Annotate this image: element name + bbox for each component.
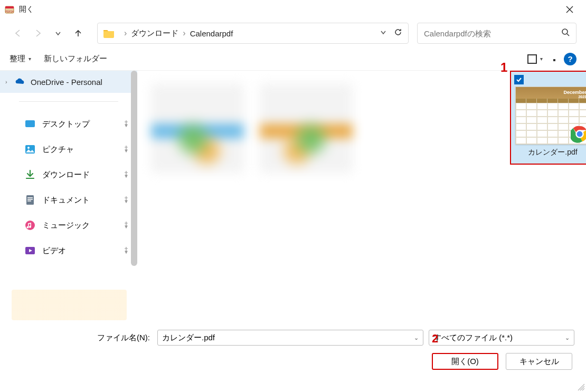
address-bar[interactable]: › ダウンロード › Calendarpdf (97, 23, 409, 44)
svg-rect-1 (5, 6, 14, 8)
open-button[interactable]: 開く(O) (432, 353, 498, 370)
sidebar-item-label: ダウンロード (42, 170, 90, 180)
svg-rect-4 (25, 120, 35, 127)
organize-label: 整理 (10, 54, 25, 64)
annotation-1: 1 (500, 60, 507, 75)
sidebar-item-label: ドキュメント (42, 195, 90, 205)
filename-value: カレンダー.pdf (162, 333, 215, 343)
nav-row: › ダウンロード › Calendarpdf (0, 19, 586, 47)
breadcrumb-segment[interactable]: ダウンロード (131, 28, 178, 39)
sidebar-item-videos[interactable]: ビデオ (0, 238, 137, 263)
sidebar-item-documents[interactable]: ドキュメント (0, 187, 137, 213)
sidebar-item-downloads[interactable]: ダウンロード (0, 162, 137, 187)
sidebar-item-label: ピクチャ (42, 145, 74, 155)
pin-icon (122, 221, 130, 230)
close-button[interactable] (557, 0, 582, 19)
videos-icon (24, 245, 36, 256)
svg-point-3 (562, 29, 568, 34)
window-title: 開く (19, 5, 557, 14)
chevron-down-icon: ▾ (29, 56, 31, 62)
svg-text:PDF24: PDF24 (5, 10, 14, 13)
file-thumbnail: December 2023 (515, 87, 586, 145)
file-pane[interactable]: 1 December 2023 (137, 71, 586, 320)
svg-point-12 (25, 221, 35, 230)
svg-point-7 (27, 147, 30, 149)
svg-rect-8 (26, 195, 34, 205)
preview-year: 2023 (578, 95, 586, 99)
preview-month: December (563, 90, 586, 95)
back-button[interactable] (10, 23, 26, 44)
titlebar: PDF24 開く (0, 0, 586, 19)
pin-icon (122, 170, 130, 179)
svg-rect-9 (27, 197, 33, 198)
documents-icon (24, 194, 36, 206)
app-icon: PDF24 (4, 4, 15, 15)
refresh-button[interactable] (393, 27, 403, 39)
chevron-right-icon: › (5, 79, 14, 85)
sidebar-item-label: ミュージック (42, 221, 90, 231)
pin-icon (122, 145, 130, 154)
filter-label: すべてのファイル (*.*) (433, 333, 513, 343)
main-area: › OneDrive - Personal デスクトップ ピクチャ ダウンロード (0, 71, 586, 320)
cancel-button-label: キャンセル (519, 357, 559, 367)
chrome-icon (571, 125, 586, 143)
view-mode-button[interactable]: ▾ (527, 54, 543, 64)
sidebar-item-label: デスクトップ (42, 119, 90, 129)
sidebar: › OneDrive - Personal デスクトップ ピクチャ ダウンロード (0, 71, 137, 320)
footer: ファイル名(N): カレンダー.pdf ⌄ 2 すべてのファイル (*.*) ⌄… (0, 320, 586, 379)
downloads-icon (24, 169, 36, 180)
file-type-filter[interactable]: すべてのファイル (*.*) ⌄ (429, 330, 574, 346)
recent-dropdown-button[interactable] (50, 23, 67, 44)
cancel-button[interactable]: キャンセル (506, 353, 572, 370)
chevron-right-icon: › (124, 28, 127, 38)
sidebar-item-music[interactable]: ミュージック (0, 213, 137, 238)
file-item-blurred[interactable] (260, 83, 353, 173)
selection-checkbox[interactable] (514, 75, 524, 84)
open-button-label: 開く(O) (451, 357, 479, 367)
breadcrumb-segment[interactable]: Calendarpdf (190, 29, 233, 38)
newfolder-label: 新しいフォルダー (44, 54, 107, 64)
sidebar-item-label: ビデオ (42, 246, 66, 256)
chevron-down-icon: ⌄ (565, 334, 570, 341)
pictures-icon (24, 144, 36, 155)
sidebar-item-pictures[interactable]: ピクチャ (0, 137, 137, 162)
divider (19, 101, 118, 102)
up-button[interactable] (70, 23, 87, 44)
file-name-label: カレンダー.pdf (514, 148, 586, 157)
folder-icon (103, 28, 115, 38)
address-dropdown[interactable] (380, 28, 387, 38)
desktop-icon (24, 118, 36, 130)
sidebar-item-desktop[interactable]: デスクトップ (0, 111, 137, 137)
forward-button[interactable] (30, 23, 46, 44)
new-folder-button[interactable]: 新しいフォルダー (44, 54, 107, 64)
sidebar-scrollbar[interactable] (131, 71, 137, 266)
pin-icon (122, 246, 130, 255)
quick-access-list: デスクトップ ピクチャ ダウンロード ドキュメント ミュージック (0, 107, 137, 267)
help-button[interactable]: ? (564, 53, 576, 65)
search-icon[interactable] (561, 28, 570, 39)
file-item-blurred[interactable] (151, 83, 244, 173)
svg-rect-11 (27, 200, 31, 202)
chevron-right-icon: › (183, 28, 185, 38)
square-icon (527, 54, 537, 64)
search-input[interactable] (424, 29, 561, 38)
svg-rect-10 (27, 199, 33, 200)
onedrive-icon (14, 76, 25, 88)
pin-icon (122, 196, 130, 205)
organize-menu[interactable]: 整理▾ (10, 54, 31, 64)
chevron-down-icon: ▾ (540, 56, 543, 62)
chevron-down-icon[interactable]: ⌄ (414, 334, 419, 341)
toolbar: 整理▾ 新しいフォルダー ▾ ? (0, 47, 586, 71)
sidebar-fade (12, 290, 127, 320)
sidebar-item-onedrive[interactable]: › OneDrive - Personal (0, 71, 137, 93)
resize-grip[interactable] (578, 384, 585, 391)
file-item-selected[interactable]: December 2023 カレンダー.pdf (510, 71, 586, 165)
filename-input[interactable]: カレンダー.pdf ⌄ (157, 330, 423, 346)
annotation-2: 2 (432, 332, 438, 346)
music-icon (24, 219, 36, 231)
sidebar-item-label: OneDrive - Personal (31, 78, 102, 87)
pin-icon (122, 120, 130, 129)
filename-label: ファイル名(N): (12, 333, 154, 343)
search-box[interactable] (417, 23, 576, 44)
